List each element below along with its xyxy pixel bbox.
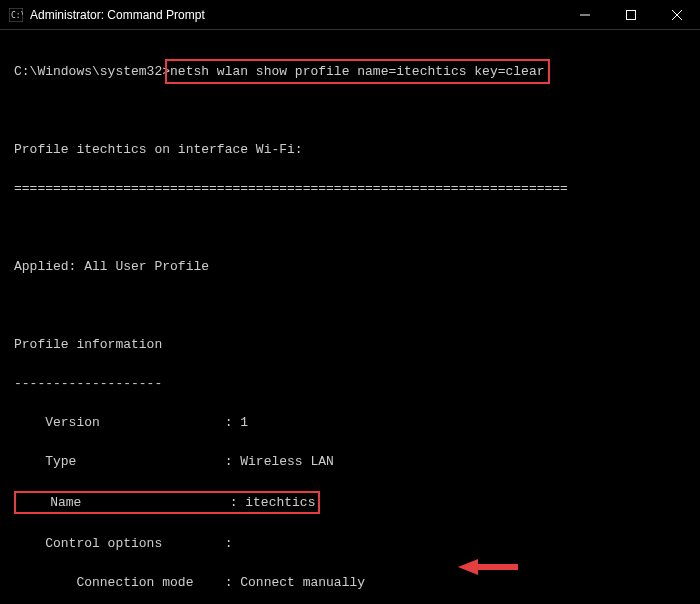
type-row: Type : Wireless LAN [14, 452, 686, 472]
command-text: netsh wlan show profile name=itechtics k… [170, 64, 544, 79]
version-row: Version : 1 [14, 413, 686, 433]
type-value: Wireless LAN [240, 454, 334, 469]
profile-divider: ========================================… [14, 179, 686, 199]
conn-mode-value: Connect manually [240, 575, 365, 590]
window-titlebar: C:\ Administrator: Command Prompt [0, 0, 700, 30]
section-divider: ------------------- [14, 374, 686, 394]
conn-mode-label: Connection mode : [14, 575, 240, 590]
name-row-wrapper: Name : itechtics [14, 491, 686, 515]
maximize-button[interactable] [608, 0, 654, 29]
svg-rect-3 [627, 10, 636, 19]
version-value: 1 [240, 415, 248, 430]
profile-header: Profile itechtics on interface Wi-Fi: [14, 140, 686, 160]
minimize-button[interactable] [562, 0, 608, 29]
version-label: Version : [14, 415, 240, 430]
svg-text:C:\: C:\ [11, 11, 23, 20]
window-controls [562, 0, 700, 29]
applied-line: Applied: All User Profile [14, 257, 686, 277]
name-highlight: Name : itechtics [14, 491, 320, 515]
prompt-line: C:\Windows\system32>netsh wlan show prof… [14, 62, 686, 82]
prompt-path: C:\Windows\system32> [14, 64, 170, 79]
conn-mode-row: Connection mode : Connect manually [14, 573, 686, 593]
control-options-row: Control options : [14, 534, 686, 554]
type-label: Type : [14, 454, 240, 469]
close-button[interactable] [654, 0, 700, 29]
section-profile-info: Profile information [14, 335, 686, 355]
blank-line [14, 218, 686, 238]
arrow-annotation-icon [458, 557, 518, 577]
name-value: itechtics [245, 495, 315, 510]
command-highlight: netsh wlan show profile name=itechtics k… [165, 59, 549, 85]
blank-line [14, 101, 686, 121]
window-title: Administrator: Command Prompt [30, 8, 562, 22]
blank-line [14, 296, 686, 316]
cmd-icon: C:\ [8, 7, 24, 23]
terminal-output[interactable]: C:\Windows\system32>netsh wlan show prof… [0, 30, 700, 604]
name-label: Name : [19, 495, 245, 510]
